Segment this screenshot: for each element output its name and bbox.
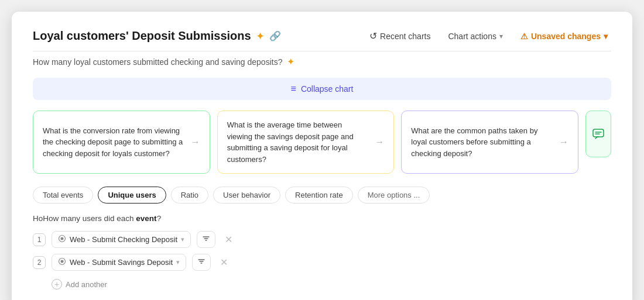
unsaved-chevron: ▾ — [604, 32, 608, 41]
tab-ratio[interactable]: Ratio — [171, 187, 208, 204]
suggestion-text-2: What is the average time between viewing… — [227, 119, 369, 165]
suggestions-row: What is the conversion rate from viewing… — [33, 111, 611, 174]
filter-button-1[interactable] — [197, 231, 215, 248]
event-name-2: Web - Submit Savings Deposit — [70, 258, 173, 267]
suggestion-card-2[interactable]: What is the average time between viewing… — [217, 111, 395, 174]
question-bold: event — [136, 214, 156, 223]
collapse-label: Collapse chart — [301, 84, 354, 94]
tab-total-events[interactable]: Total events — [33, 187, 93, 204]
event-selector-2[interactable]: Web - Submit Savings Deposit ▾ — [52, 254, 186, 271]
tab-user-behavior[interactable]: User behavior — [213, 187, 280, 204]
close-event-2[interactable]: ✕ — [217, 256, 231, 269]
filter-icon-2 — [197, 257, 205, 265]
chat-icon-card[interactable] — [585, 111, 611, 157]
title-area: Loyal customers' Deposit Submissions ✦ 🔗 — [33, 29, 281, 43]
question-suffix: ? — [157, 214, 162, 223]
suggestion-text-1: What is the conversion rate from viewing… — [43, 125, 185, 160]
chart-actions-label: Chart actions — [448, 32, 496, 41]
question-prefix: HoHow many users did each — [33, 214, 136, 223]
main-window: Loyal customers' Deposit Submissions ✦ 🔗… — [12, 12, 632, 300]
chart-actions-button[interactable]: Chart actions ▾ — [444, 29, 506, 43]
recent-charts-label: Recent charts — [380, 32, 430, 41]
event-dropdown-chevron-2: ▾ — [176, 258, 180, 266]
suggestion-arrow-1: → — [191, 135, 200, 149]
close-event-1[interactable]: ✕ — [221, 233, 236, 246]
add-icon: + — [52, 279, 62, 289]
tab-more-options[interactable]: More options ... — [358, 187, 430, 204]
header-actions: ↺ Recent charts Chart actions ▾ ⚠ Unsave… — [366, 28, 611, 44]
collapse-chart-bar[interactable]: ≡ Collapse chart — [33, 78, 611, 100]
event-row-2: 2 Web - Submit Savings Deposit ▾ ✕ — [33, 254, 611, 271]
sparkle-icon: ✦ — [256, 30, 265, 43]
svg-rect-0 — [593, 129, 604, 137]
event-row-1: 1 Web - Submit Checking Deposit ▾ ✕ — [33, 231, 611, 248]
recent-charts-icon: ↺ — [369, 30, 377, 42]
unsaved-changes-label: Unsaved changes — [531, 32, 601, 41]
tab-retention-rate[interactable]: Retention rate — [285, 187, 353, 204]
tabs-row: Total events Unique users Ratio User beh… — [33, 187, 611, 204]
filter-icon-1 — [202, 235, 210, 243]
recent-charts-button[interactable]: ↺ Recent charts — [366, 28, 434, 44]
event-name-1: Web - Submit Checking Deposit — [70, 235, 177, 244]
suggestion-card-3[interactable]: What are the common paths taken by loyal… — [401, 111, 578, 174]
tab-unique-users[interactable]: Unique users — [98, 187, 166, 204]
link-icon[interactable]: 🔗 — [269, 30, 281, 42]
collapse-icon: ≡ — [291, 84, 296, 94]
add-another-button[interactable]: + Add another — [33, 277, 611, 292]
suggestion-card-1[interactable]: What is the conversion rate from viewing… — [33, 111, 210, 174]
event-num-2: 2 — [33, 256, 46, 269]
event-type-icon-1 — [58, 235, 66, 243]
unsaved-changes-button[interactable]: ⚠ Unsaved changes ▾ — [517, 29, 611, 43]
suggestion-arrow-3: → — [559, 135, 568, 149]
event-dropdown-chevron-1: ▾ — [181, 236, 184, 243]
subtitle-row: How many loyal customers submitted check… — [33, 56, 611, 67]
subtitle-text: How many loyal customers submitted check… — [33, 57, 282, 67]
header-divider — [33, 51, 611, 51]
event-type-icon-2 — [58, 257, 66, 265]
svg-point-4 — [61, 237, 64, 240]
add-another-label: Add another — [66, 280, 107, 289]
suggestion-arrow-2: → — [375, 135, 384, 149]
event-selector-1[interactable]: Web - Submit Checking Deposit ▾ — [52, 231, 191, 248]
suggestion-text-3: What are the common paths taken by loyal… — [411, 125, 553, 160]
warning-icon: ⚠ — [520, 32, 528, 41]
filter-button-2[interactable] — [192, 254, 211, 271]
chart-actions-chevron: ▾ — [499, 32, 503, 40]
events-question-label: HoHow many users did each event? — [33, 214, 611, 223]
header-row: Loyal customers' Deposit Submissions ✦ 🔗… — [33, 28, 611, 44]
chat-bubble-icon — [592, 127, 605, 140]
event-icon-1 — [58, 235, 66, 244]
event-num-1: 1 — [33, 233, 46, 246]
svg-point-9 — [61, 260, 64, 263]
event-icon-2 — [58, 257, 66, 267]
page-title: Loyal customers' Deposit Submissions — [33, 29, 251, 43]
subtitle-sparkle-icon: ✦ — [287, 56, 294, 67]
